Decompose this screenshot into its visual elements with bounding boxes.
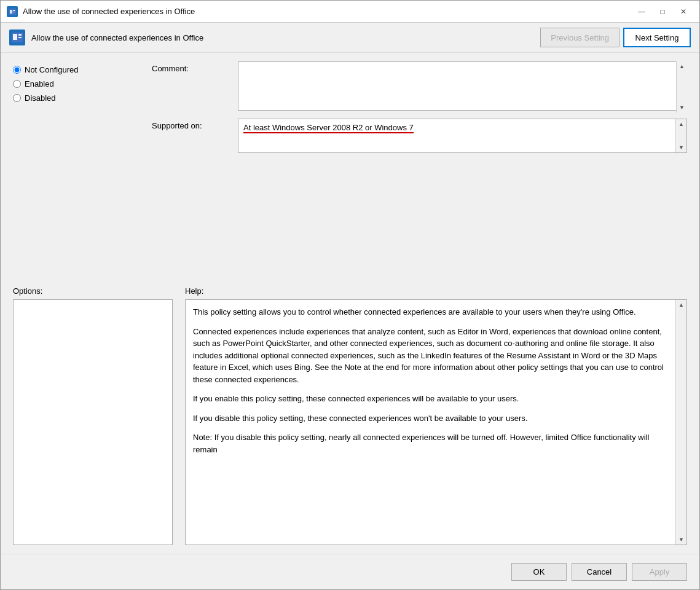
radio-enabled-label: Enabled [25,79,54,88]
cancel-button[interactable]: Cancel [572,563,627,581]
help-text-content: This policy setting allows you to contro… [186,300,686,545]
next-setting-button[interactable]: Next Setting [623,28,691,47]
options-label: Options: [13,286,173,296]
header-icon [9,30,25,45]
svg-rect-2 [13,10,15,11]
scroll-up-arrow[interactable]: ▲ [677,61,687,71]
radio-enabled[interactable]: Enabled [13,79,142,88]
right-panel: Comment: ▲ ▼ Supported on: At least Wind… [152,61,687,278]
help-scrollbar[interactable]: ▲ ▼ [675,300,686,545]
app-icon [7,6,18,17]
radio-disabled[interactable]: Disabled [13,93,142,103]
svg-rect-5 [13,34,17,40]
comment-wrapper: ▲ ▼ [238,61,687,112]
main-layout: Not Configured Enabled Disabled Com [13,61,687,278]
help-para-5: Note: If you disable this policy setting… [193,431,672,455]
left-panel: Not Configured Enabled Disabled [13,61,142,278]
radio-section: Not Configured Enabled Disabled [13,63,142,103]
supported-on-row: Supported on: At least Windows Server 20… [152,119,687,153]
supported-scroll-up[interactable]: ▲ [677,119,686,129]
radio-disabled-label: Disabled [25,93,56,103]
options-col: Options: [13,286,173,545]
svg-rect-7 [18,37,22,38]
help-col: Help: This policy setting allows you to … [185,286,687,545]
radio-not-configured-input[interactable] [13,66,21,74]
header-left: Allow the use of connected experiences i… [9,30,203,45]
scroll-down-arrow[interactable]: ▼ [677,103,687,112]
svg-rect-3 [13,12,15,12]
help-scroll-up[interactable]: ▲ [677,300,686,310]
col-spacer [173,286,185,545]
options-help-row: Options: Help: This policy setting allow… [13,286,687,545]
title-bar-left: Allow the use of connected experiences i… [7,6,195,17]
maximize-button[interactable]: □ [653,4,672,19]
comment-row: Comment: ▲ ▼ [152,61,687,112]
header-buttons: Previous Setting Next Setting [540,28,691,47]
supported-on-label: Supported on: [152,119,232,130]
radio-not-configured[interactable]: Not Configured [13,65,142,74]
comment-scrollbar[interactable]: ▲ ▼ [676,61,687,112]
help-para-1: This policy setting allows you to contro… [193,306,672,318]
svg-rect-1 [10,10,12,14]
radio-disabled-input[interactable] [13,94,21,102]
previous-setting-button[interactable]: Previous Setting [540,28,619,47]
minimize-button[interactable]: — [632,4,651,19]
supported-on-box: At least Windows Server 2008 R2 or Windo… [238,119,687,153]
help-scroll-down[interactable]: ▼ [677,535,686,545]
ok-button[interactable]: OK [511,563,567,581]
supported-scrollbar[interactable]: ▲ ▼ [675,119,686,152]
radio-not-configured-label: Not Configured [25,65,78,74]
header-bar: Allow the use of connected experiences i… [1,23,699,53]
footer: OK Cancel Apply [1,554,699,589]
comment-textarea[interactable] [238,61,687,111]
apply-button[interactable]: Apply [632,563,687,581]
content-area: Not Configured Enabled Disabled Com [1,53,699,554]
title-controls: — □ ✕ [632,4,693,19]
supported-scroll-down[interactable]: ▼ [677,143,686,152]
title-bar: Allow the use of connected experiences i… [1,1,699,23]
help-para-2: Connected experiences include experience… [193,326,672,386]
help-label: Help: [185,286,687,296]
main-window: Allow the use of connected experiences i… [0,0,700,590]
comment-label: Comment: [152,61,232,73]
options-box [13,299,173,545]
help-para-4: If you disable this policy setting, thes… [193,412,672,425]
window-title: Allow the use of connected experiences i… [23,7,195,16]
help-para-3: If you enable this policy setting, these… [193,393,672,405]
help-box: This policy setting allows you to contro… [185,299,687,545]
supported-on-text: At least Windows Server 2008 R2 or Windo… [243,123,414,133]
header-title: Allow the use of connected experiences i… [31,33,203,42]
close-button[interactable]: ✕ [674,4,693,19]
svg-rect-6 [18,34,22,36]
radio-enabled-input[interactable] [13,80,21,88]
